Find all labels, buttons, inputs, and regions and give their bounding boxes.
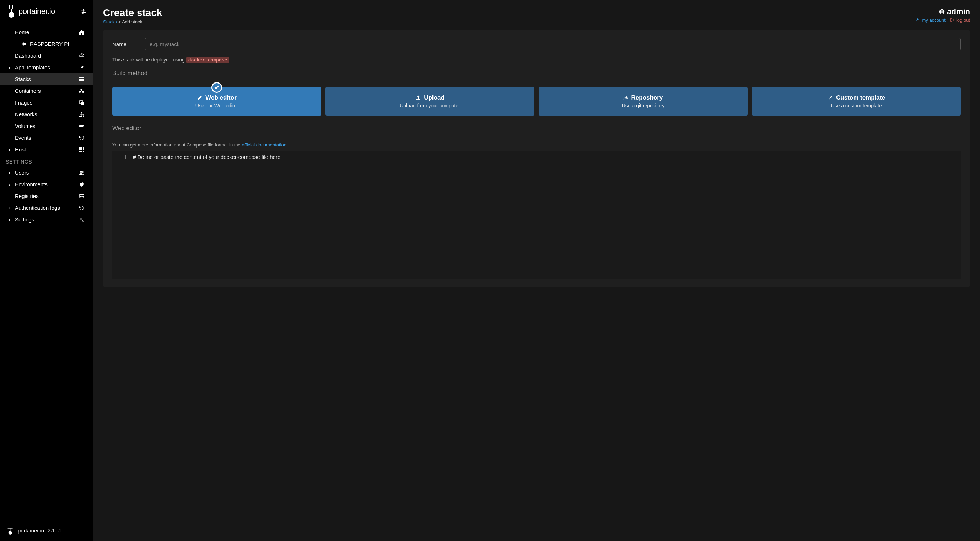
method-upload[interactable]: Upload Upload from your computer (326, 87, 535, 116)
official-docs-link[interactable]: official documentation (242, 142, 286, 148)
editor-textarea[interactable]: # Define or paste the content of your do… (129, 151, 961, 279)
sidebar-item-environments[interactable]: ›Environments (0, 178, 93, 190)
main-content: Create stack Stacks > Add stack admin my… (93, 0, 980, 541)
sidebar-item-stacks[interactable]: Stacks (0, 73, 93, 85)
chevron-right-icon: › (8, 181, 12, 187)
my-account-link[interactable]: my account (915, 17, 945, 23)
endpoint-label[interactable]: RASPBERRY PI (0, 38, 93, 50)
svg-rect-26 (83, 149, 84, 150)
endpoint-name: RASPBERRY PI (30, 41, 69, 47)
svg-point-34 (83, 220, 84, 221)
svg-point-33 (80, 218, 82, 220)
editor-gutter: 1 (112, 151, 129, 279)
git-icon: git (624, 95, 628, 100)
sidebar-item-host[interactable]: ›Host (0, 143, 93, 155)
nav-label: Environments (15, 181, 48, 187)
th-icon (79, 147, 84, 153)
build-method-options: Web editor Use our Web editor Upload Upl… (112, 87, 961, 116)
web-editor-heading: Web editor (112, 125, 961, 134)
sidebar-item-registries[interactable]: Registries (0, 190, 93, 202)
sidebar-item-events[interactable]: Events (0, 132, 93, 143)
database-icon (79, 193, 84, 199)
nav-label: Users (15, 170, 29, 176)
chevron-right-icon: › (8, 205, 12, 211)
cogs-icon (79, 217, 84, 223)
nav-label: Containers (15, 88, 41, 94)
svg-rect-12 (81, 80, 84, 81)
svg-rect-25 (81, 149, 83, 150)
sitemap-icon (79, 111, 84, 117)
chevron-right-icon: › (8, 64, 12, 70)
method-web-editor[interactable]: Web editor Use our Web editor (112, 87, 321, 116)
sidebar-item-users[interactable]: ›Users (0, 167, 93, 178)
sidebar-item-auth-logs[interactable]: ›Authentication logs (0, 202, 93, 214)
nav-label: App Templates (15, 64, 50, 70)
breadcrumb-root-link[interactable]: Stacks (103, 19, 117, 24)
svg-rect-0 (9, 5, 10, 8)
brand-text: portainer.io (19, 7, 55, 16)
method-custom-template[interactable]: Custom template Use a custom template (752, 87, 961, 116)
tachometer-icon (79, 53, 84, 59)
chevron-right-icon: › (8, 170, 12, 176)
sidebar-item-app-templates[interactable]: ›App Templates (0, 62, 93, 73)
svg-rect-23 (83, 147, 84, 149)
svg-rect-28 (81, 151, 83, 152)
brand-logo[interactable]: portainer.io (7, 4, 55, 19)
method-repository[interactable]: gitRepository Use a git repository (539, 87, 748, 116)
sidebar-item-settings[interactable]: ›Settings (0, 214, 93, 225)
th-list-icon (79, 76, 84, 82)
compose-info: You can get more information about Compo… (112, 142, 961, 148)
deploy-note: This stack will be deployed using docker… (112, 57, 961, 62)
svg-rect-6 (23, 43, 25, 46)
sidebar-item-volumes[interactable]: Volumes (0, 120, 93, 132)
nav-label: Networks (15, 111, 37, 117)
plug-icon (79, 181, 84, 187)
name-label: Name (112, 41, 138, 47)
wrench-icon (915, 17, 920, 23)
settings-section-label: SETTINGS (0, 155, 93, 167)
nav-label: Authentication logs (15, 205, 60, 211)
user-block: admin my account log out (915, 7, 970, 23)
sidebar-item-dashboard[interactable]: Dashboard (0, 50, 93, 62)
svg-rect-1 (11, 4, 11, 8)
svg-rect-15 (81, 112, 83, 113)
svg-rect-14 (81, 102, 84, 105)
user-circle-icon (939, 9, 945, 14)
portainer-icon (7, 4, 17, 19)
nav-label: Stacks (15, 76, 31, 82)
nav-label: Dashboard (15, 53, 41, 59)
svg-rect-10 (81, 78, 84, 80)
stack-name-input[interactable] (145, 38, 961, 51)
check-icon (212, 82, 222, 93)
svg-rect-7 (79, 77, 81, 78)
users-icon (79, 170, 84, 176)
breadcrumb: Stacks > Add stack (103, 19, 162, 24)
svg-rect-27 (79, 151, 81, 152)
nav-label: Settings (15, 216, 34, 223)
clone-icon (79, 100, 84, 105)
svg-rect-24 (79, 149, 81, 150)
footer-brand: portainer.io (18, 527, 44, 533)
edit-icon (197, 95, 202, 100)
svg-point-31 (82, 171, 83, 173)
page-header: Create stack Stacks > Add stack admin my… (103, 7, 970, 24)
sidebar-item-home[interactable]: Home (0, 26, 93, 38)
breadcrumb-leaf: Add stack (122, 19, 142, 24)
sidebar-item-images[interactable]: Images (0, 97, 93, 108)
nav-label: Images (15, 100, 32, 105)
svg-point-30 (80, 170, 82, 173)
sidebar-item-networks[interactable]: Networks (0, 108, 93, 120)
svg-rect-11 (79, 80, 81, 81)
svg-point-5 (8, 12, 14, 18)
collapse-sidebar-icon[interactable] (80, 8, 86, 14)
username: admin (947, 7, 970, 16)
nav-label: Registries (15, 193, 39, 199)
sidebar-item-containers[interactable]: Containers (0, 85, 93, 97)
logout-link[interactable]: log out (949, 17, 970, 23)
svg-point-32 (80, 194, 84, 195)
nav-label: Events (15, 135, 31, 141)
cubes-icon (79, 88, 84, 94)
history-icon (79, 135, 84, 141)
version-label: 2.11.1 (48, 527, 62, 533)
sign-out-icon (949, 17, 955, 23)
